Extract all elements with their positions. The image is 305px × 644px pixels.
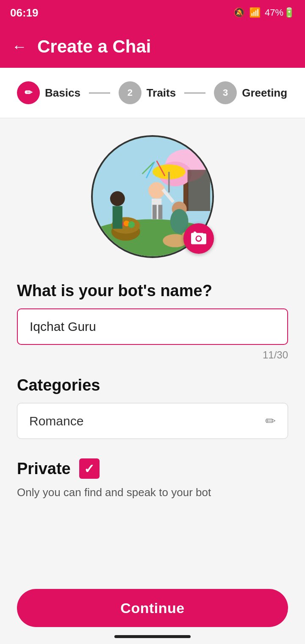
checkmark-icon: ✓ [84, 461, 94, 476]
svg-point-19 [128, 221, 135, 228]
categories-label: Categories [0, 361, 305, 403]
categories-section: Categories Romance ✏ [0, 361, 305, 439]
status-bar: 06:19 🔕 📶 47%🔋 [0, 0, 305, 25]
step-greeting[interactable]: 3 Greeting [214, 81, 287, 104]
continue-btn-wrapper: Continue [0, 589, 305, 627]
header: ← Create a Chai [0, 25, 305, 68]
step-2-circle: 2 [119, 81, 141, 104]
camera-icon [191, 231, 206, 246]
camera-button[interactable] [183, 223, 214, 254]
status-icons: 🔕 📶 47%🔋 [233, 7, 295, 18]
step-3-label: Greeting [242, 86, 287, 100]
private-checkbox[interactable]: ✓ [79, 458, 100, 479]
svg-rect-26 [113, 206, 122, 228]
step-basics[interactable]: ✏ Basics [17, 81, 80, 104]
main-content: What is your bot's name? 11/30 Categorie… [0, 118, 305, 559]
steps-indicator: ✏ Basics 2 Traits 3 Greeting [0, 68, 305, 118]
private-description: Only you can find and speak to your bot [17, 485, 288, 500]
nav-bar [0, 629, 305, 644]
continue-button[interactable]: Continue [17, 589, 288, 627]
step-separator-1 [89, 92, 110, 94]
header-title: Create a Chai [37, 36, 151, 57]
step-2-number: 2 [128, 87, 133, 98]
avatar-wrapper [91, 135, 214, 258]
step-traits[interactable]: 2 Traits [119, 81, 176, 104]
bot-name-input[interactable] [30, 319, 275, 334]
private-section: Private ✓ Only you can find and speak to… [0, 443, 305, 508]
status-time: 06:19 [10, 6, 39, 19]
char-count: 11/30 [0, 347, 305, 361]
step-3-circle: 3 [214, 81, 237, 104]
bot-name-question: What is your bot's name? 11/30 [0, 266, 305, 361]
category-selector[interactable]: Romance ✏ [17, 403, 288, 439]
svg-rect-12 [168, 172, 170, 193]
step-2-label: Traits [147, 86, 176, 100]
category-edit-icon[interactable]: ✏ [265, 414, 276, 428]
svg-rect-8 [152, 205, 157, 219]
private-label: Private [17, 460, 71, 478]
bot-name-input-wrapper[interactable] [17, 308, 288, 345]
step-separator-2 [184, 92, 205, 94]
svg-rect-9 [158, 205, 163, 219]
avatar-section [0, 118, 305, 266]
step-1-label: Basics [45, 86, 80, 100]
category-value: Romance [29, 414, 83, 428]
pencil-icon: ✏ [25, 87, 32, 98]
battery-icon: 47%🔋 [265, 7, 295, 18]
svg-point-25 [110, 191, 125, 206]
private-row: Private ✓ [17, 458, 288, 479]
step-3-number: 3 [223, 87, 228, 98]
nav-pill [114, 635, 191, 638]
step-1-circle: ✏ [17, 81, 40, 104]
svg-rect-5 [188, 170, 210, 211]
wifi-icon: 📶 [249, 7, 261, 18]
mute-icon: 🔕 [233, 7, 245, 18]
bot-name-label: What is your bot's name? [0, 266, 305, 308]
back-button[interactable]: ← [12, 39, 27, 54]
